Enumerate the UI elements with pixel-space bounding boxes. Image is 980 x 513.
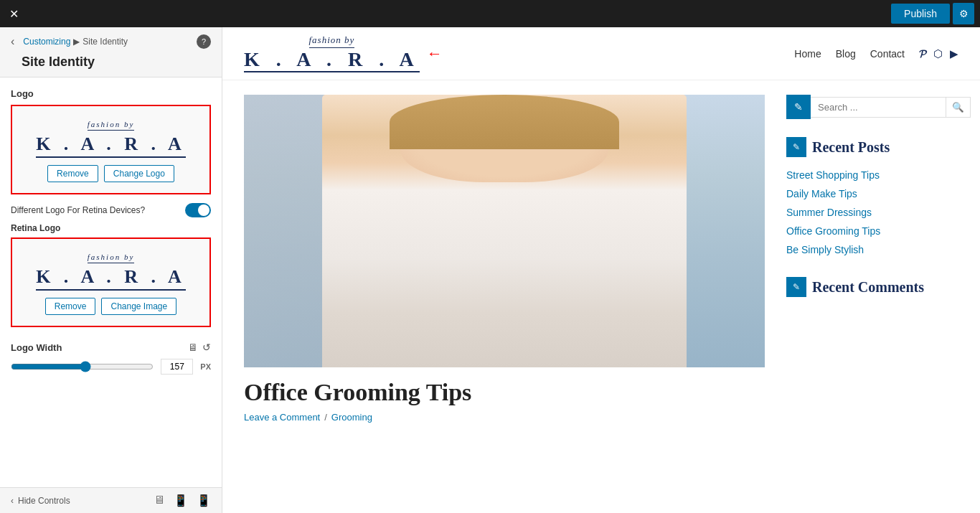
meta-separator: / bbox=[324, 412, 327, 423]
recent-posts-list: Street Shopping Tips Daily Make Tips Sum… bbox=[786, 166, 958, 259]
arrow-indicator: ← bbox=[427, 44, 443, 63]
search-input[interactable] bbox=[811, 97, 946, 118]
article-title: Office Grooming Tips bbox=[244, 379, 765, 406]
recent-comments-title: Recent Comments bbox=[812, 279, 924, 296]
retina-logo-label: Retina Logo bbox=[11, 223, 211, 233]
list-item: Summer Dressings bbox=[786, 203, 958, 222]
site-nav: Home Blog Contact 𝓟 ⬡ ▶ bbox=[794, 47, 958, 60]
reset-icon[interactable]: ↺ bbox=[202, 342, 211, 353]
site-logo-block: K . A . R . A bbox=[244, 48, 420, 72]
instagram-icon[interactable]: ⬡ bbox=[933, 47, 943, 60]
remove-retina-button[interactable]: Remove bbox=[45, 298, 96, 315]
recent-post-link-4[interactable]: Office Grooming Tips bbox=[786, 225, 880, 237]
sidebar-header: ‹ Customizing ▶ Site Identity ? Site Ide… bbox=[0, 27, 222, 77]
gear-button[interactable]: ⚙ bbox=[953, 3, 974, 24]
search-widget-container: ✎ 🔍 bbox=[786, 95, 958, 119]
slider-row: 157 PX bbox=[11, 359, 211, 375]
recent-comments-widget: ✎ Recent Comments bbox=[786, 277, 958, 297]
chevron-left-icon: ‹ bbox=[11, 496, 14, 506]
sidebar-footer: ‹ Hide Controls 🖥 📱 📱 bbox=[0, 487, 222, 513]
retina-toggle-row: Different Logo For Retina Devices? bbox=[11, 203, 211, 217]
logo-preview-box: fashion by K . A . R . A Remove Change L… bbox=[11, 105, 211, 194]
list-item: Office Grooming Tips bbox=[786, 222, 958, 240]
sidebar-widgets: ✎ 🔍 ✎ Recent Posts Street Shopping Tips … bbox=[786, 95, 958, 499]
retina-logo-block: K . A . R . A bbox=[36, 266, 186, 291]
hide-controls-label: Hide Controls bbox=[18, 496, 70, 506]
help-icon[interactable]: ? bbox=[197, 34, 211, 49]
recent-comments-title-row: ✎ Recent Comments bbox=[786, 277, 958, 297]
recent-posts-title-row: ✎ Recent Posts bbox=[786, 137, 958, 157]
recent-posts-widget: ✎ Recent Posts Street Shopping Tips Dail… bbox=[786, 137, 958, 259]
article-image bbox=[244, 95, 765, 367]
toggle-knob bbox=[198, 204, 209, 216]
logo-width-slider[interactable] bbox=[11, 361, 154, 372]
nav-blog[interactable]: Blog bbox=[836, 48, 856, 60]
desktop-icon: 🖥 bbox=[188, 342, 198, 353]
site-logo-area: fashion by K . A . R . A ← bbox=[244, 34, 443, 72]
social-icons: 𝓟 ⬡ ▶ bbox=[919, 47, 958, 60]
list-item: Daily Make Tips bbox=[786, 184, 958, 203]
tablet-device-icon[interactable]: 📱 bbox=[174, 494, 188, 507]
logo-width-label: Logo Width bbox=[11, 342, 62, 353]
recent-comments-pencil-icon: ✎ bbox=[786, 277, 806, 297]
list-item: Street Shopping Tips bbox=[786, 166, 958, 184]
logo-script-text: fashion by bbox=[88, 120, 135, 131]
nav-contact[interactable]: Contact bbox=[870, 48, 905, 60]
leave-comment-link[interactable]: Leave a Comment bbox=[244, 412, 320, 423]
nav-home[interactable]: Home bbox=[794, 48, 821, 60]
search-widget: ✎ 🔍 bbox=[786, 95, 958, 119]
recent-post-link-3[interactable]: Summer Dressings bbox=[786, 207, 872, 218]
preview-area: fashion by K . A . R . A ← Home Blog Con… bbox=[222, 27, 980, 513]
breadcrumb: Customizing ▶ Site Identity bbox=[23, 37, 128, 47]
category-link[interactable]: Grooming bbox=[331, 412, 372, 423]
sidebar-section-title: Site Identity bbox=[11, 49, 211, 70]
logo-actions: Remove Change Logo bbox=[23, 165, 199, 182]
change-logo-button[interactable]: Change Logo bbox=[104, 165, 174, 182]
customizer-sidebar: ‹ Customizing ▶ Site Identity ? Site Ide… bbox=[0, 27, 222, 513]
logo-field-label: Logo bbox=[11, 88, 211, 99]
preview-content: Office Grooming Tips Leave a Comment / G… bbox=[222, 80, 980, 513]
remove-logo-button[interactable]: Remove bbox=[47, 165, 98, 182]
retina-logo-actions: Remove Change Image bbox=[23, 298, 199, 315]
top-bar: ✕ Publish ⚙ bbox=[0, 0, 980, 27]
back-button[interactable]: ‹ bbox=[11, 35, 14, 48]
recent-post-link-5[interactable]: Be Simply Stylish bbox=[786, 244, 864, 255]
site-logo: fashion by K . A . R . A bbox=[244, 34, 420, 72]
recent-post-link-2[interactable]: Daily Make Tips bbox=[786, 188, 857, 199]
site-logo-script: fashion by bbox=[309, 34, 355, 48]
retina-toggle-label: Different Logo For Retina Devices? bbox=[11, 205, 145, 215]
footer-device-icons: 🖥 📱 📱 bbox=[154, 494, 211, 507]
recent-posts-title: Recent Posts bbox=[812, 139, 890, 156]
breadcrumb-separator: ▶ bbox=[73, 37, 80, 47]
breadcrumb-customizing-link[interactable]: Customizing bbox=[23, 37, 70, 47]
main-article: Office Grooming Tips Leave a Comment / G… bbox=[244, 95, 765, 499]
sidebar-content: Logo fashion by K . A . R . A Remove Cha… bbox=[0, 77, 222, 487]
recent-posts-pencil-icon: ✎ bbox=[786, 137, 806, 157]
retina-logo-script: fashion by bbox=[88, 253, 135, 263]
desktop-device-icon[interactable]: 🖥 bbox=[154, 494, 165, 507]
logo-width-icons: 🖥 ↺ bbox=[188, 342, 211, 353]
close-button[interactable]: ✕ bbox=[0, 0, 27, 27]
youtube-icon[interactable]: ▶ bbox=[950, 47, 958, 60]
change-image-button[interactable]: Change Image bbox=[101, 298, 176, 315]
breadcrumb-row: ‹ Customizing ▶ Site Identity ? bbox=[11, 34, 211, 49]
retina-logo-preview-box: fashion by K . A . R . A Remove Change I… bbox=[11, 237, 211, 327]
pinterest-icon[interactable]: 𝓟 bbox=[919, 47, 926, 60]
mobile-device-icon[interactable]: 📱 bbox=[197, 494, 211, 507]
article-meta: Leave a Comment / Grooming bbox=[244, 412, 765, 423]
logo-width-row: Logo Width 🖥 ↺ bbox=[11, 342, 211, 353]
list-item: Be Simply Stylish bbox=[786, 240, 958, 259]
search-submit-button[interactable]: 🔍 bbox=[946, 97, 971, 118]
logo-width-unit: PX bbox=[200, 362, 211, 371]
recent-post-link-1[interactable]: Street Shopping Tips bbox=[786, 169, 880, 181]
retina-toggle[interactable] bbox=[185, 203, 211, 217]
search-pencil-icon: ✎ bbox=[786, 95, 811, 119]
breadcrumb-page: Site Identity bbox=[83, 37, 128, 47]
publish-button[interactable]: Publish bbox=[891, 4, 950, 24]
site-header: fashion by K . A . R . A ← Home Blog Con… bbox=[222, 27, 980, 80]
logo-width-input[interactable]: 157 bbox=[161, 359, 193, 375]
main-layout: ‹ Customizing ▶ Site Identity ? Site Ide… bbox=[0, 27, 980, 513]
logo-block-text: K . A . R . A bbox=[36, 133, 186, 158]
hide-controls-button[interactable]: ‹ Hide Controls bbox=[11, 496, 70, 506]
